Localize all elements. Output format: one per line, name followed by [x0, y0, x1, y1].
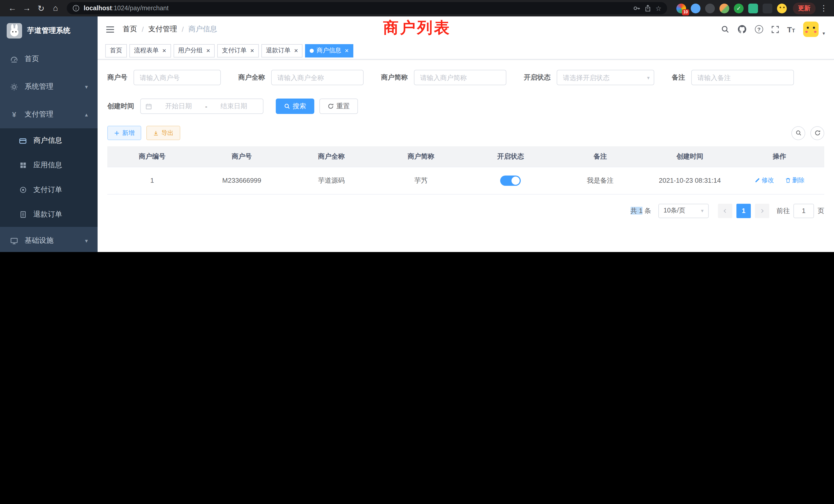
sidebar-item-home[interactable]: 首页	[0, 45, 97, 73]
sidebar-item-label: 应用信息	[34, 161, 62, 170]
tab-merchant-info[interactable]: 商户信息×	[305, 44, 353, 57]
cell-short-name: 芋艿	[376, 167, 466, 194]
screen: ← → ↻ ⌂ localhost:1024/pay/merchant ☆ 10…	[0, 0, 834, 252]
extension-icon[interactable]: 10	[676, 3, 686, 13]
hamburger-icon[interactable]	[106, 25, 114, 33]
col-merchant-no: 商户号	[197, 146, 287, 167]
page-unit-label: 页	[817, 206, 824, 215]
tab-refund-order[interactable]: 退款订单×	[261, 44, 303, 57]
reload-icon[interactable]: ↻	[35, 2, 47, 14]
status-toggle[interactable]	[501, 175, 521, 186]
close-icon[interactable]: ×	[250, 47, 254, 54]
main-area: 首页 / 支付管理 / 商户信息 ?	[97, 17, 834, 252]
goto-page-input[interactable]	[793, 204, 814, 218]
share-icon[interactable]	[645, 5, 652, 12]
tab-home[interactable]: 首页	[105, 44, 127, 57]
tab-pay-order[interactable]: 支付订单×	[217, 44, 259, 57]
sidebar-item-system[interactable]: 系统管理 ▾	[0, 73, 97, 100]
short-name-label: 商户简称	[381, 73, 408, 82]
font-size-icon[interactable]: TT	[787, 25, 795, 33]
short-name-input[interactable]	[414, 70, 506, 85]
toggle-knob	[512, 176, 520, 184]
grid-icon	[19, 162, 27, 169]
page-size-select[interactable]: 10条/页 ▾	[658, 204, 709, 218]
navbar-actions: ? TT ▼	[721, 22, 826, 37]
sidebar-item-label: 支付订单	[34, 185, 62, 194]
sidebar-item-infrastructure[interactable]: 基础设施 ▾	[0, 227, 97, 252]
delete-button[interactable]: 删除	[785, 176, 805, 185]
caret-down-icon[interactable]: ▼	[822, 31, 826, 36]
github-icon[interactable]	[738, 25, 747, 34]
close-icon[interactable]: ×	[345, 47, 349, 54]
extension-icon[interactable]	[763, 3, 772, 13]
search-icon[interactable]	[721, 25, 729, 33]
merchant-no-label: 商户号	[107, 73, 127, 82]
cell-create-time: 2021-10-23 08:31:14	[645, 167, 734, 194]
fullscreen-icon[interactable]	[771, 25, 779, 33]
close-icon[interactable]: ×	[294, 47, 298, 54]
remark-label: 备注	[672, 73, 685, 82]
goto-label: 前往	[776, 206, 790, 215]
sidebar-item-pay-order[interactable]: 支付订单	[0, 178, 97, 202]
prev-page-button[interactable]	[718, 204, 732, 218]
payment-submenu: 商户信息 应用信息 支付订单	[0, 128, 97, 227]
close-icon[interactable]: ×	[206, 47, 210, 54]
extension-icon[interactable]: ✓	[734, 3, 744, 13]
home-icon[interactable]: ⌂	[49, 2, 62, 14]
extension-icon[interactable]	[691, 3, 701, 13]
target-icon	[19, 186, 27, 193]
sidebar-item-payment[interactable]: ¥ 支付管理 ▴	[0, 100, 97, 128]
search-button[interactable]: 搜索	[276, 98, 314, 114]
close-icon[interactable]: ×	[162, 47, 166, 54]
start-date-placeholder[interactable]: 开始日期	[154, 101, 203, 111]
cell-actions: 修改 删除	[734, 167, 824, 194]
status-select[interactable]	[557, 70, 654, 85]
page-1-button[interactable]: 1	[737, 204, 751, 218]
extension-icon[interactable]	[777, 3, 787, 13]
sidebar-item-refund-order[interactable]: 退款订单	[0, 202, 97, 227]
create-time-range-picker[interactable]: 开始日期 - 结束日期	[140, 98, 263, 114]
browser-toolbar: ← → ↻ ⌂ localhost:1024/pay/merchant ☆ 10…	[0, 0, 834, 17]
edit-button[interactable]: 修改	[754, 176, 774, 185]
col-merchant-id: 商户编号	[107, 146, 197, 167]
forward-icon[interactable]: →	[21, 2, 33, 14]
site-info-icon[interactable]	[72, 5, 80, 12]
pagination-jumper: 前往 页	[776, 204, 824, 218]
address-bar[interactable]: localhost:1024/pay/merchant ☆	[67, 2, 667, 14]
password-key-icon[interactable]	[634, 5, 641, 12]
back-icon[interactable]: ←	[6, 2, 19, 14]
breadcrumb: 首页 / 支付管理 / 商户信息	[123, 25, 217, 34]
sidebar-item-label: 支付管理	[25, 110, 53, 119]
extension-icon[interactable]	[748, 3, 758, 13]
breadcrumb-item[interactable]: 首页	[123, 25, 137, 34]
app-logo[interactable]: 芋道管理系统	[0, 17, 97, 45]
reset-button[interactable]: 重置	[320, 98, 358, 114]
search-form-row-2: 创建时间 开始日期 - 结束日期 搜索	[107, 98, 824, 114]
bookmark-star-icon[interactable]: ☆	[656, 4, 661, 12]
sidebar-item-label: 基础设施	[25, 236, 53, 245]
sidebar-item-app-info[interactable]: 应用信息	[0, 153, 97, 178]
next-page-button[interactable]	[755, 204, 769, 218]
tab-user-group[interactable]: 用户分组×	[173, 44, 215, 57]
remark-input[interactable]	[691, 70, 794, 85]
help-icon[interactable]: ?	[755, 25, 763, 33]
browser-menu-icon[interactable]: ⋮	[820, 4, 828, 13]
extension-icon[interactable]	[705, 3, 715, 13]
toggle-search-button[interactable]	[791, 126, 805, 140]
browser-update-button[interactable]: 更新	[793, 2, 815, 14]
merchant-no-input[interactable]	[133, 70, 221, 85]
tags-view: 首页 流程表单× 用户分组× 支付订单× 退款订单× 商户信息×	[97, 42, 834, 60]
extension-icon[interactable]	[720, 3, 729, 13]
top-navbar: 首页 / 支付管理 / 商户信息 ?	[97, 17, 834, 42]
breadcrumb-item[interactable]: 支付管理	[148, 25, 177, 34]
full-name-input[interactable]	[271, 70, 364, 85]
breadcrumb-separator: /	[142, 25, 144, 33]
tab-process-form[interactable]: 流程表单×	[129, 44, 171, 57]
refresh-button[interactable]	[810, 126, 824, 140]
add-button[interactable]: 新增	[107, 126, 141, 140]
export-button[interactable]: 导出	[146, 126, 180, 140]
end-date-placeholder[interactable]: 结束日期	[209, 101, 258, 111]
sidebar-item-merchant-info[interactable]: 商户信息	[0, 128, 97, 153]
avatar[interactable]	[803, 22, 818, 37]
col-status: 开启状态	[466, 146, 555, 167]
